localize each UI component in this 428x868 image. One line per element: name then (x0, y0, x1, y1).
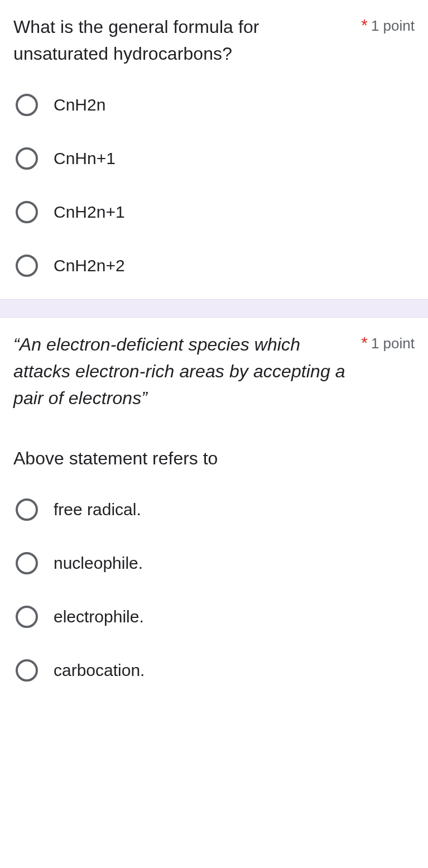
option-label: electrophile. (54, 607, 144, 626)
radio-icon (16, 255, 38, 277)
radio-icon (16, 659, 38, 682)
radio-icon (16, 94, 38, 116)
options-group: free radical. nucleophile. electrophile.… (13, 498, 415, 682)
question-italic-text: “An electron-deficient species which att… (13, 334, 345, 408)
points-wrap: * 1 point (361, 13, 415, 35)
radio-icon (16, 498, 38, 521)
radio-icon (16, 201, 38, 223)
option-row[interactable]: carbocation. (16, 659, 415, 682)
radio-icon (16, 552, 38, 574)
question-header: What is the general formula for unsatura… (13, 13, 415, 67)
option-label: CnH2n (54, 95, 105, 114)
radio-icon (16, 606, 38, 628)
option-row[interactable]: CnH2n+1 (16, 201, 415, 223)
option-label: CnHn+1 (54, 149, 116, 168)
question-text: What is the general formula for unsatura… (13, 13, 354, 67)
options-group: CnH2n CnHn+1 CnH2n+1 CnH2n+2 (13, 94, 415, 277)
option-label: CnH2n+2 (54, 256, 125, 275)
option-row[interactable]: nucleophile. (16, 552, 415, 574)
question-text: “An electron-deficient species which att… (13, 331, 354, 411)
required-asterisk: * (361, 17, 368, 33)
option-label: nucleophile. (54, 554, 143, 573)
question-card: What is the general formula for unsatura… (0, 0, 428, 299)
question-subtext: Above statement refers to (13, 445, 415, 472)
option-row[interactable]: CnHn+1 (16, 147, 415, 170)
option-label: carbocation. (54, 661, 145, 680)
option-row[interactable]: CnH2n+2 (16, 255, 415, 277)
radio-icon (16, 147, 38, 170)
option-label: free radical. (54, 500, 141, 519)
required-asterisk: * (361, 334, 368, 351)
card-divider (0, 299, 428, 318)
points-label: 1 point (371, 335, 415, 352)
option-row[interactable]: CnH2n (16, 94, 415, 116)
option-row[interactable]: free radical. (16, 498, 415, 521)
points-label: 1 point (371, 17, 415, 35)
question-card: “An electron-deficient species which att… (0, 318, 428, 704)
option-label: CnH2n+1 (54, 203, 125, 222)
question-header: “An electron-deficient species which att… (13, 331, 415, 411)
points-wrap: * 1 point (361, 331, 415, 352)
option-row[interactable]: electrophile. (16, 606, 415, 628)
